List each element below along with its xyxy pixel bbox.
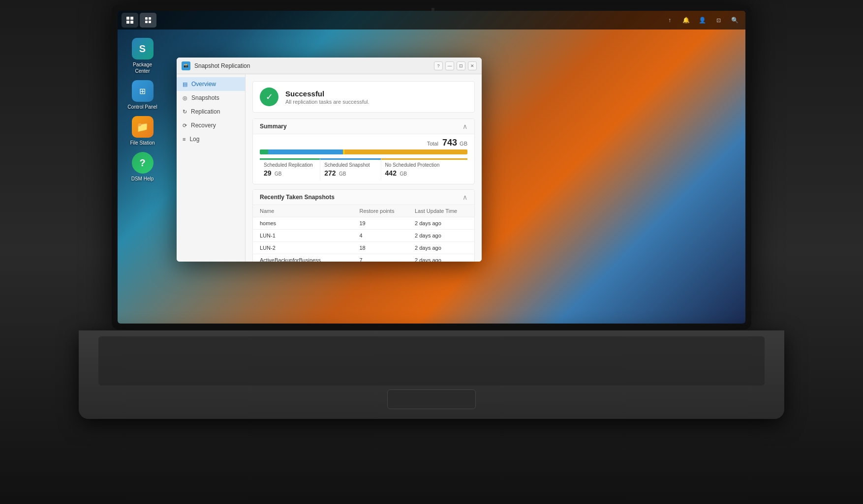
svg-rect-1 [130,17,133,20]
dsm-help-icon: ? [132,152,154,174]
total-value: 743 [442,138,457,148]
success-icon: ✓ [260,88,278,106]
legend-sr-value: 29 GB [264,169,316,178]
snapshots-section-title: Recently Taken Snapshots [260,194,335,201]
legend-ns-label: No Scheduled Protection [385,162,463,168]
sidebar-item-log[interactable]: ≡ Log [177,132,245,146]
storage-bar [260,149,467,154]
desktop-icon-dsm-help[interactable]: ? DSM Help [126,152,158,182]
sidebar-label-log: Log [189,136,199,143]
legend-ss-label: Scheduled Snapshot [324,162,376,168]
table-row: LUN-142 days ago [253,230,474,242]
sidebar-label-overview: Overview [191,81,216,88]
restore-button[interactable]: ⊡ [457,61,465,70]
sidebar-label-replication: Replication [191,108,220,115]
window-main-content: ✓ Successful All replication tasks are s… [246,74,482,262]
recovery-icon: ⟳ [183,122,187,129]
search-icon[interactable]: 🔍 [728,13,741,27]
table-row: homes192 days ago [253,217,474,230]
success-banner: ✓ Successful All replication tasks are s… [252,81,475,113]
sidebar-item-snapshots[interactable]: ◎ Snapshots [177,91,245,105]
col-name: Name [253,205,353,217]
summary-title: Summary [260,123,287,130]
control-panel-label: Control Panel [127,104,157,110]
table-header-row: Name Restore points Last Update Time [253,205,474,217]
notifications-icon[interactable]: 🔔 [679,13,693,27]
window-body: ▤ Overview ◎ Snapshots ↻ Replication [177,74,482,262]
table-row: ActiveBackupforBusiness72 days ago [253,254,474,262]
apps-button[interactable] [122,13,138,28]
restore-points: 4 [353,230,408,242]
dsm-help-label: DSM Help [131,176,154,182]
summary-section: Summary ∧ Total 743 GB [252,119,475,184]
sidebar-item-recovery[interactable]: ⟳ Recovery [177,119,245,132]
svg-rect-5 [149,17,151,20]
svg-rect-0 [126,17,129,20]
sidebar-label-recovery: Recovery [191,122,216,129]
legend-sr-label: Scheduled Replication [264,162,316,168]
success-text: Successful All replication tasks are suc… [285,89,370,105]
windows-icon[interactable]: ⊡ [711,13,725,27]
last-update-time: 2 days ago [408,242,474,254]
package-center-label: Package Center [133,61,152,74]
last-update-time: 2 days ago [408,230,474,242]
sidebar-label-snapshots: Snapshots [191,94,219,101]
window-title: Snapshot Replication [194,62,434,69]
col-last-update: Last Update Time [408,205,474,217]
snapshot-name: LUN-1 [253,230,353,242]
legend-scheduled-replication: Scheduled Replication 29 GB [260,158,320,180]
svg-rect-2 [126,21,129,24]
desktop-icon-control-panel[interactable]: ⊞ Control Panel [126,80,158,110]
snapshot-name: LUN-2 [253,242,353,254]
col-restore-points: Restore points [353,205,408,217]
success-title: Successful [285,89,370,98]
restore-points: 18 [353,242,408,254]
legend-ss-value: 272 GB [324,169,376,178]
svg-rect-3 [130,21,133,24]
sidebar-item-replication[interactable]: ↻ Replication [177,105,245,119]
control-panel-icon: ⊞ [132,80,154,102]
app-icon [145,17,152,24]
svg-rect-4 [145,17,148,20]
last-update-time: 2 days ago [408,217,474,230]
active-app-button[interactable] [140,13,156,28]
dsm-taskbar: ↑ 🔔 👤 ⊡ 🔍 [118,11,745,30]
sidebar-item-overview[interactable]: ▤ Overview [177,77,245,91]
overview-icon: ▤ [183,81,187,88]
legend-ns-value: 442 GB [385,169,463,178]
storage-bar-container: Scheduled Replication 29 GB Scheduled Sn… [253,149,474,184]
table-row: LUN-2182 days ago [253,242,474,254]
desktop-icon-package-center[interactable]: S Package Center [126,38,158,74]
user-icon[interactable]: 👤 [695,13,709,27]
svg-rect-6 [145,21,148,23]
total-unit: GB [460,141,467,147]
snapshots-table: Name Restore points Last Update Time hom… [253,205,474,262]
snapshot-name: homes [253,217,353,230]
taskbar-left [122,13,156,28]
snapshots-header: Recently Taken Snapshots ∧ [253,190,474,205]
replication-icon: ↻ [183,109,187,115]
summary-header: Summary ∧ [253,119,474,134]
upload-icon[interactable]: ↑ [663,13,677,27]
snapshot-replication-window: 📸 Snapshot Replication ? — ⊡ ✕ [177,58,482,262]
window-app-icon: 📸 [182,61,190,70]
close-button[interactable]: ✕ [468,61,477,70]
summary-collapse-icon[interactable]: ∧ [462,122,467,130]
svg-rect-7 [149,21,151,23]
total-label: Total [427,141,438,147]
snapshots-collapse-icon[interactable]: ∧ [462,193,467,201]
snapshot-name: ActiveBackupforBusiness [253,254,353,262]
success-subtitle: All replication tasks are successful. [285,99,370,105]
bar-blue [268,149,343,154]
snapshots-section: Recently Taken Snapshots ∧ Name Restore … [252,189,475,262]
legend-no-scheduled: No Scheduled Protection 442 GB [381,158,467,180]
window-controls: ? — ⊡ ✕ [434,61,477,70]
log-icon: ≡ [183,136,185,142]
legend-scheduled-snapshot: Scheduled Snapshot 272 GB [320,158,380,180]
package-center-icon: S [132,38,154,59]
snapshots-icon: ◎ [183,95,187,101]
desktop-icon-file-station[interactable]: 📁 File Station [126,116,158,146]
minimize-button[interactable]: — [445,61,454,70]
storage-legend: Scheduled Replication 29 GB Scheduled Sn… [260,158,467,180]
help-button[interactable]: ? [434,61,443,70]
